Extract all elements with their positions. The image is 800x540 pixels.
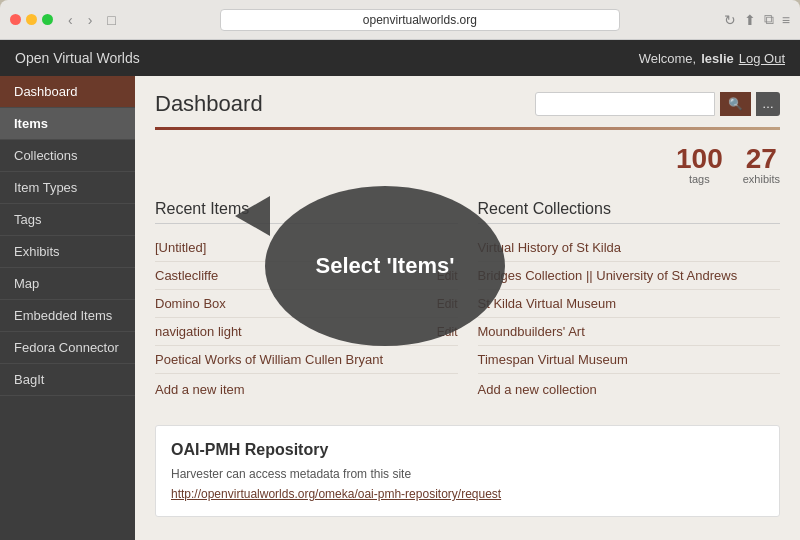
tooltip-bubble: Select 'Items' xyxy=(265,186,505,346)
list-item: Timespan Virtual Museum xyxy=(478,346,781,374)
logout-link[interactable]: Log Out xyxy=(739,51,785,66)
username-label: leslie xyxy=(701,51,734,66)
list-item: Moundbuilders' Art xyxy=(478,318,781,346)
item-navlight-link[interactable]: navigation light xyxy=(155,324,242,339)
sidebar: Dashboard Items Collections Item Types T… xyxy=(0,76,135,540)
sidebar-item-exhibits[interactable]: Exhibits xyxy=(0,236,135,268)
forward-button[interactable]: › xyxy=(83,10,98,30)
search-button[interactable]: 🔍 xyxy=(720,92,751,116)
list-item: Virtual History of St Kilda xyxy=(478,234,781,262)
stat-exhibits-number: 27 xyxy=(743,145,780,173)
content-area: Select 'Items' Dashboard 🔍 … 100 tags xyxy=(135,76,800,540)
recent-collections-title: Recent Collections xyxy=(478,200,781,224)
recent-collections-col: Recent Collections Virtual History of St… xyxy=(478,200,781,405)
list-item: Poetical Works of William Cullen Bryant xyxy=(155,346,458,374)
add-new-collection-link[interactable]: Add a new collection xyxy=(478,374,781,405)
sidebar-item-map[interactable]: Map xyxy=(0,268,135,300)
share-button[interactable]: ⬆ xyxy=(744,11,756,28)
refresh-button[interactable]: ↻ xyxy=(724,11,736,28)
sidebar-item-tags[interactable]: Tags xyxy=(0,204,135,236)
page-header: Dashboard 🔍 … xyxy=(155,91,780,117)
sidebar-item-items[interactable]: Items xyxy=(0,108,135,140)
more-button[interactable]: ≡ xyxy=(782,11,790,28)
stat-tags-number: 100 xyxy=(676,145,723,173)
item-castlecliffe-link[interactable]: Castlecliffe xyxy=(155,268,218,283)
recent-collections-list: Virtual History of St Kilda Bridges Coll… xyxy=(478,234,781,374)
header-divider xyxy=(155,127,780,130)
dot-green[interactable] xyxy=(42,14,53,25)
oai-section: OAI-PMH Repository Harvester can access … xyxy=(155,425,780,517)
list-item: St Kilda Virtual Museum xyxy=(478,290,781,318)
page-title: Dashboard xyxy=(155,91,263,117)
stats-row: 100 tags 27 exhibits xyxy=(155,145,780,185)
back-button[interactable]: ‹ xyxy=(63,10,78,30)
tooltip-text: Select 'Items' xyxy=(306,243,465,289)
tab-button[interactable]: □ xyxy=(107,12,115,28)
oai-link[interactable]: http://openvirtualworlds.org/omeka/oai-p… xyxy=(171,487,501,501)
collection-bridges-link[interactable]: Bridges Collection || University of St A… xyxy=(478,268,738,283)
item-untitled-link[interactable]: [Untitled] xyxy=(155,240,206,255)
oai-title: OAI-PMH Repository xyxy=(171,441,764,459)
search-more-button[interactable]: … xyxy=(756,92,780,116)
search-bar: 🔍 … xyxy=(535,92,780,116)
add-new-item-link[interactable]: Add a new item xyxy=(155,374,458,405)
sidebar-item-collections[interactable]: Collections xyxy=(0,140,135,172)
browser-actions: ↻ ⬆ ⧉ ≡ xyxy=(724,11,790,28)
top-nav-right: Welcome, leslie Log Out xyxy=(639,51,785,66)
collection-mound-link[interactable]: Moundbuilders' Art xyxy=(478,324,585,339)
stat-tags-label: tags xyxy=(676,173,723,185)
dot-yellow[interactable] xyxy=(26,14,37,25)
browser-dots xyxy=(10,14,53,25)
main-layout: Dashboard Items Collections Item Types T… xyxy=(0,76,800,540)
address-bar[interactable]: openvirtualworlds.org xyxy=(220,9,620,31)
item-domino-link[interactable]: Domino Box xyxy=(155,296,226,311)
window-button[interactable]: ⧉ xyxy=(764,11,774,28)
dot-red[interactable] xyxy=(10,14,21,25)
app: Open Virtual Worlds Welcome, leslie Log … xyxy=(0,40,800,540)
collection-museum-link[interactable]: St Kilda Virtual Museum xyxy=(478,296,617,311)
stat-exhibits: 27 exhibits xyxy=(743,145,780,185)
oai-description: Harvester can access metadata from this … xyxy=(171,467,764,481)
sidebar-item-bagit[interactable]: BagIt xyxy=(0,364,135,396)
collection-timespan-link[interactable]: Timespan Virtual Museum xyxy=(478,352,628,367)
sidebar-item-embedded-items[interactable]: Embedded Items xyxy=(0,300,135,332)
stat-tags: 100 tags xyxy=(676,145,723,185)
sidebar-item-item-types[interactable]: Item Types xyxy=(0,172,135,204)
browser-nav: ‹ › xyxy=(63,10,97,30)
stat-exhibits-label: exhibits xyxy=(743,173,780,185)
sidebar-item-fedora-connector[interactable]: Fedora Connector xyxy=(0,332,135,364)
list-item: Bridges Collection || University of St A… xyxy=(478,262,781,290)
site-title: Open Virtual Worlds xyxy=(15,50,140,66)
search-input[interactable] xyxy=(535,92,715,116)
top-nav: Open Virtual Worlds Welcome, leslie Log … xyxy=(0,40,800,76)
sidebar-item-dashboard[interactable]: Dashboard xyxy=(0,76,135,108)
item-poetical-link[interactable]: Poetical Works of William Cullen Bryant xyxy=(155,352,383,367)
welcome-label: Welcome, xyxy=(639,51,697,66)
browser-chrome: ‹ › □ openvirtualworlds.org ↻ ⬆ ⧉ ≡ xyxy=(0,0,800,40)
